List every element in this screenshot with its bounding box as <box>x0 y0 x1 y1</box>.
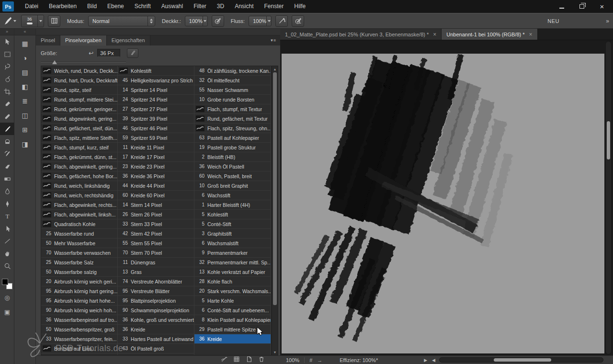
new-preset-icon[interactable] <box>246 356 252 364</box>
grid-icon[interactable]: # <box>309 357 312 363</box>
brush-preset-item[interactable]: Rund, abgewinkelt, gering... <box>41 114 117 124</box>
scroll-down-icon[interactable]: ▼ <box>272 349 278 355</box>
brush-preset-item[interactable]: Rund, weich, rechtshändig <box>41 191 117 200</box>
size-slider[interactable] <box>36 58 280 66</box>
document-tab[interactable]: 1_02_Matte_Plate.psd bei 25% (Kurven 3, … <box>280 29 442 40</box>
blur-tool[interactable] <box>0 185 14 197</box>
foreground-color-swatch[interactable] <box>2 279 8 285</box>
scroll-left-icon[interactable]: ◀ <box>432 358 435 363</box>
brush-preset-item[interactable]: 8Klein Pastell auf Kohlepapier <box>194 315 271 325</box>
brush-preset-picker[interactable]: 36 <box>21 15 44 27</box>
brush-preset-item[interactable]: Buntstift auf Eins... <box>41 344 117 353</box>
healing-brush-tool[interactable] <box>0 110 14 123</box>
brush-preset-item[interactable]: 33Hartes Pastell auf Leinwand <box>118 334 194 344</box>
brush-preset-item[interactable]: Flach, abgewinkelt, linksh... <box>41 210 117 219</box>
minimize-icon[interactable] <box>558 3 565 10</box>
brush-preset-item[interactable]: 70Wasserfarbe verwaschen <box>41 248 117 258</box>
brush-preset-item[interactable]: 50Mehr Wasserfarbe <box>41 239 117 248</box>
brush-preset-item[interactable]: 24Spritzer 24 Pixel <box>118 95 194 104</box>
bristle-preview-button[interactable] <box>127 48 138 58</box>
brush-preset-item[interactable]: 27Spritzer 27 Pixel <box>118 104 194 114</box>
brush-preset-item[interactable]: 60Weich, Pastell, breit <box>194 171 271 181</box>
brush-preset-item[interactable]: 26Stern 26 Pixel <box>118 210 194 219</box>
lasso-tool[interactable] <box>0 60 14 73</box>
brush-preset-item[interactable]: Flach, spitz, mittlere Steifh... <box>41 133 117 143</box>
brush-preset-item[interactable]: 14Spritzer 14 Pixel <box>118 85 194 95</box>
brush-preset-item[interactable]: Kohlestift <box>118 66 194 76</box>
brush-preset-item[interactable]: 3Graphitstift <box>194 229 271 239</box>
history-panel-icon[interactable]: ◨ <box>18 138 32 150</box>
brush-preset-item[interactable]: Rund, spitz, steif <box>41 85 117 95</box>
brush-preset-item[interactable]: 19Pastell grobe Struktur <box>194 143 271 152</box>
menu-ebene[interactable]: Ebene <box>102 0 129 13</box>
styles-panel-icon[interactable]: ▤ <box>18 66 32 79</box>
horizontal-scrollbar[interactable] <box>439 357 603 363</box>
brush-preset-item[interactable]: 6Wachsstift <box>194 191 271 200</box>
menu-ansicht[interactable]: Ansicht <box>229 0 259 13</box>
brush-preset-item[interactable]: 36Kohle, groß und verschmiert <box>118 315 194 325</box>
toggle-brush-panel-button[interactable] <box>48 15 60 27</box>
clone-stamp-tool[interactable] <box>0 135 14 148</box>
brush-preset-item[interactable]: 13Gras <box>118 267 194 277</box>
adjustments-panel-icon[interactable]: ◧ <box>18 80 32 93</box>
swatches-panel-icon[interactable]: ◑ <box>18 52 32 64</box>
brush-preset-item[interactable]: 32Öl mittelfeucht <box>194 76 271 85</box>
navigator-panel-icon[interactable]: ▦ <box>18 37 32 50</box>
crop-tool[interactable] <box>0 85 14 98</box>
brush-preset-item[interactable]: 42Stern 42 Pixel <box>118 229 194 239</box>
delete-preset-icon[interactable] <box>258 356 265 364</box>
brush-preset-item[interactable]: 36Kreide 36 Pixel <box>118 171 194 181</box>
brush-preset-item[interactable]: 36Kreide <box>118 325 194 334</box>
path-selection-tool[interactable] <box>0 222 14 235</box>
brush-preset-item[interactable]: 1Harter Bleistift (4H) <box>194 200 271 210</box>
brush-preset-item[interactable]: 9Permanentmarker <box>194 248 271 258</box>
move-tool[interactable] <box>0 35 14 48</box>
preset-list-scrollbar[interactable]: ▲ ▼ <box>272 66 278 355</box>
brush-preset-item[interactable]: 10Grobe runde Borsten <box>194 95 271 104</box>
brush-preset-item[interactable]: 33Wasserfarbenspritzer, fein... <box>41 334 117 344</box>
brush-preset-item[interactable]: 55Nasser Schwamm <box>194 85 271 95</box>
blend-mode-select[interactable]: Normal <box>88 16 155 26</box>
brush-preset-item[interactable]: 33Stern 33 Pixel <box>118 219 194 229</box>
brush-preset-item[interactable]: 36Weich Öl Pastell <box>194 162 271 171</box>
slider-thumb[interactable] <box>52 60 57 64</box>
menu-datei[interactable]: Datei <box>20 0 44 13</box>
layers-panel-icon[interactable]: ≣ <box>18 95 32 107</box>
quick-selection-tool[interactable] <box>0 73 14 85</box>
vertical-scrollbar[interactable] <box>605 41 612 354</box>
tab-pinsel[interactable]: Pinsel <box>36 35 60 46</box>
brush-preset-item[interactable]: 90Airbrush körnig weich hoh... <box>41 306 117 315</box>
brush-preset-item[interactable]: Rund, hart, Druck, Deckkraft <box>41 76 117 85</box>
brush-preset-item[interactable]: 6Conté-Stift auf unebenem... <box>194 306 271 315</box>
scrollbar-thumb[interactable] <box>273 72 277 305</box>
brush-preset-item[interactable]: Rund, gekrümmt, geringer... <box>41 104 117 114</box>
brush-preset-item[interactable]: 5Conté-Stift <box>194 219 271 229</box>
opacity-select[interactable]: 100% <box>185 16 208 26</box>
brush-preset-item[interactable]: Rund, gefächert, steif, dün... <box>41 124 117 133</box>
brush-preset-item[interactable]: 46Spritzer 46 Pixel <box>118 124 194 133</box>
brush-preset-item[interactable]: 2Bleistift (HB) <box>194 152 271 162</box>
brush-preset-item[interactable]: 36Wasserfarbenpinsel auf tro... <box>41 315 117 325</box>
line-tool[interactable] <box>0 235 14 247</box>
brush-tool[interactable] <box>0 123 14 135</box>
brush-preset-item[interactable]: 6Wachsmalstift <box>194 239 271 248</box>
brush-preset-item[interactable]: 11Dünengras <box>118 258 194 267</box>
brush-preset-item[interactable]: 48Öl zähflüssig, trockene Kan... <box>194 66 271 76</box>
restore-icon[interactable] <box>579 3 585 10</box>
brush-preset-item[interactable]: Rund, stumpf, mittlere Stei... <box>41 95 117 104</box>
brush-preset-item[interactable]: Flach, gekrümmt, dünn, st... <box>41 152 117 162</box>
brush-preset-item[interactable]: 20Airbrush körnig weich geri... <box>41 277 117 286</box>
brush-preset-item[interactable]: 95Verstreute Blätter <box>118 286 194 296</box>
menu-fenster[interactable]: Fenster <box>259 0 289 13</box>
brush-preset-item[interactable]: 5Harte Kohle <box>194 296 271 306</box>
brush-preset-item[interactable]: 50Wasserfarbenspritzer, groß <box>41 325 117 334</box>
hand-tool[interactable] <box>0 247 14 260</box>
canvas[interactable] <box>282 54 604 353</box>
vertical-scrollbar-thumb[interactable] <box>607 121 610 159</box>
menu-filter[interactable]: Filter <box>188 0 212 13</box>
brush-preset-item[interactable]: 44Kreide 44 Pixel <box>118 181 194 191</box>
close-tab-icon[interactable]: × <box>433 32 436 37</box>
history-brush-tool[interactable] <box>0 148 14 160</box>
brush-preset-item[interactable]: Flach, stumpf, kurz, steif <box>41 143 117 152</box>
brush-preset-item[interactable]: 59Spritzer 59 Pixel <box>118 133 194 143</box>
